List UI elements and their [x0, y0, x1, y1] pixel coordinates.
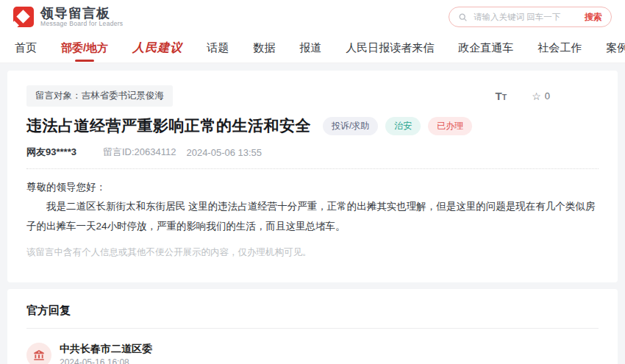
search-button[interactable]: 搜索 — [585, 11, 602, 24]
nav-item-peoples-suggestions[interactable]: 人民建议 — [132, 40, 182, 56]
top-bar: 领导留言板 Message Board for Leaders 搜索 — [0, 0, 625, 34]
reply-divider — [26, 328, 599, 329]
message-tools: TT ☆ 0 — [496, 90, 550, 102]
nav-item-social-work[interactable]: 社会工作 — [538, 41, 582, 55]
page: 领导留言板 Message Board for Leaders 搜索 首页 部委… — [0, 0, 625, 364]
search-box: 搜索 — [449, 7, 612, 27]
nav-item-case-library[interactable]: 案例库 — [606, 41, 625, 55]
message-title: 违法占道经营严重影响正常的生活和安全 — [26, 115, 311, 136]
search-input[interactable] — [472, 12, 585, 22]
main-nav: 首页 部委/地方 人民建议 话题 数据 报道 人民日报读者来信 政企直通车 社会… — [0, 34, 625, 63]
message-title-row: 违法占道经营严重影响正常的生活和安全 投诉/求助 治安 已办理 — [26, 115, 599, 136]
message-datetime: 2024-05-06 13:55 — [186, 147, 262, 158]
nav-item-home[interactable]: 首页 — [15, 41, 37, 55]
nav-item-reports[interactable]: 报道 — [299, 41, 321, 55]
message-meta-row: 网友93****3 留言ID:20634112 2024-05-06 13:55 — [26, 146, 599, 159]
font-size-toggle[interactable]: TT — [496, 90, 507, 102]
tag-status-handled: 已办理 — [428, 117, 472, 135]
star-icon: ☆ — [532, 90, 541, 102]
avatar — [26, 343, 51, 364]
dotted-divider — [26, 168, 599, 169]
reply-author-block: 中共长春市二道区委 2024-05-16 16:08 — [60, 342, 152, 364]
favorite-count: 0 — [545, 90, 550, 101]
reply-datetime: 2024-05-16 16:08 — [60, 357, 152, 364]
logo-icon — [13, 7, 34, 27]
message-head-row: 留言对象：吉林省委书记景俊海 TT ☆ 0 — [26, 85, 599, 107]
message-paragraph: 我是二道区长新街太和东街居民 这里的违法占道经营十分严重，正常的出摊其实也理解，… — [26, 197, 599, 236]
message-tags: 投诉/求助 治安 已办理 — [323, 117, 472, 135]
logo-text: 领导留言板 Message Board for Leaders — [40, 7, 123, 28]
content-area: 留言对象：吉林省委书记景俊海 TT ☆ 0 违法占道经营严重影响正常的生活和安全… — [0, 63, 625, 364]
reply-organization: 中共长春市二道区委 — [60, 342, 152, 355]
message-card: 留言对象：吉林省委书记景俊海 TT ☆ 0 违法占道经营严重影响正常的生活和安全… — [7, 71, 618, 282]
government-building-icon — [32, 349, 46, 362]
message-author: 网友93****3 — [26, 146, 76, 159]
font-size-small-glyph: T — [502, 93, 507, 101]
tag-complaint: 投诉/求助 — [323, 117, 378, 135]
message-body: 尊敬的领导您好： 我是二道区长新街太和东街居民 这里的违法占道经营十分严重，正常… — [26, 178, 599, 236]
site-subtitle: Message Board for Leaders — [40, 20, 123, 27]
site-title: 领导留言板 — [40, 7, 123, 21]
message-paragraph: 尊敬的领导您好： — [26, 178, 599, 197]
message-id: 留言ID:20634112 — [103, 146, 176, 159]
message-target-badge: 留言对象：吉林省委书记景俊海 — [26, 85, 173, 107]
reply-section-title: 官方回复 — [26, 304, 599, 318]
nav-item-ministries-regions[interactable]: 部委/地方 — [61, 41, 108, 55]
nav-item-data[interactable]: 数据 — [253, 41, 275, 55]
official-reply-card: 官方回复 中共长春市二道区委 2024-05-16 16:08 网友，您好！收到… — [7, 289, 618, 364]
nav-item-topics[interactable]: 话题 — [207, 41, 229, 55]
nav-item-reader-letters[interactable]: 人民日报读者来信 — [346, 41, 434, 55]
favorite-button[interactable]: ☆ 0 — [532, 90, 550, 102]
font-size-large-glyph: T — [496, 90, 502, 102]
search-icon — [458, 13, 468, 22]
reply-header: 中共长春市二道区委 2024-05-16 16:08 — [26, 342, 599, 364]
privacy-note: 该留言中含有个人信息或其他不便公开展示的内容，仅办理机构可见。 — [26, 246, 599, 259]
nav-item-gov-business-line[interactable]: 政企直通车 — [458, 41, 513, 55]
tag-public-security: 治安 — [385, 117, 421, 135]
site-logo[interactable]: 领导留言板 Message Board for Leaders — [13, 7, 123, 28]
